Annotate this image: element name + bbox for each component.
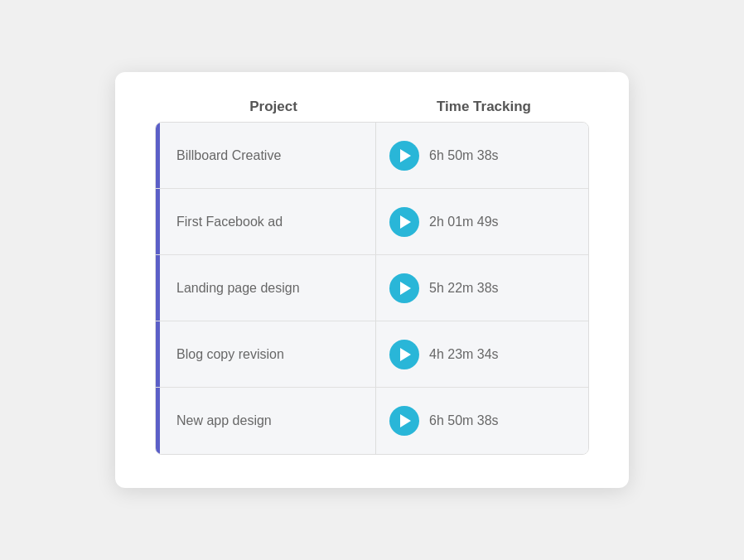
table-row: Landing page design 5h 22m 38s [156, 255, 588, 321]
project-cell: New app design [160, 397, 375, 445]
time-column-header: Time Tracking [379, 99, 589, 115]
time-value: 6h 50m 38s [429, 148, 499, 163]
main-card: Project Time Tracking Billboard Creative… [115, 72, 629, 488]
time-value: 6h 50m 38s [429, 413, 499, 428]
play-button[interactable] [389, 273, 419, 303]
play-button[interactable] [389, 207, 419, 237]
play-icon [400, 149, 411, 162]
play-icon [400, 414, 411, 427]
time-value: 5h 22m 38s [429, 281, 499, 296]
table-row: New app design 6h 50m 38s [156, 388, 588, 454]
time-cell: 5h 22m 38s [376, 257, 588, 320]
play-button[interactable] [389, 141, 419, 171]
table-row: Blog copy revision 4h 23m 34s [156, 321, 588, 388]
time-cell: 6h 50m 38s [376, 389, 588, 452]
time-cell: 2h 01m 49s [376, 191, 588, 253]
time-value: 4h 23m 34s [429, 347, 499, 362]
time-cell: 4h 23m 34s [376, 323, 588, 386]
table-row: First Facebook ad 2h 01m 49s [156, 189, 588, 255]
play-icon [400, 282, 411, 295]
play-button[interactable] [389, 406, 419, 436]
table-row: Billboard Creative 6h 50m 38s [156, 123, 588, 189]
project-cell: Landing page design [160, 264, 375, 312]
time-value: 2h 01m 49s [429, 215, 499, 229]
project-cell: Billboard Creative [160, 132, 375, 180]
play-button[interactable] [389, 340, 419, 369]
table-header: Project Time Tracking [155, 99, 589, 115]
table-body: Billboard Creative 6h 50m 38s First Face… [155, 122, 589, 455]
play-icon [400, 215, 411, 229]
time-cell: 6h 50m 38s [376, 124, 588, 187]
play-icon [400, 348, 411, 361]
project-column-header: Project [168, 99, 379, 115]
project-cell: First Facebook ad [160, 198, 375, 246]
project-cell: Blog copy revision [160, 331, 375, 379]
